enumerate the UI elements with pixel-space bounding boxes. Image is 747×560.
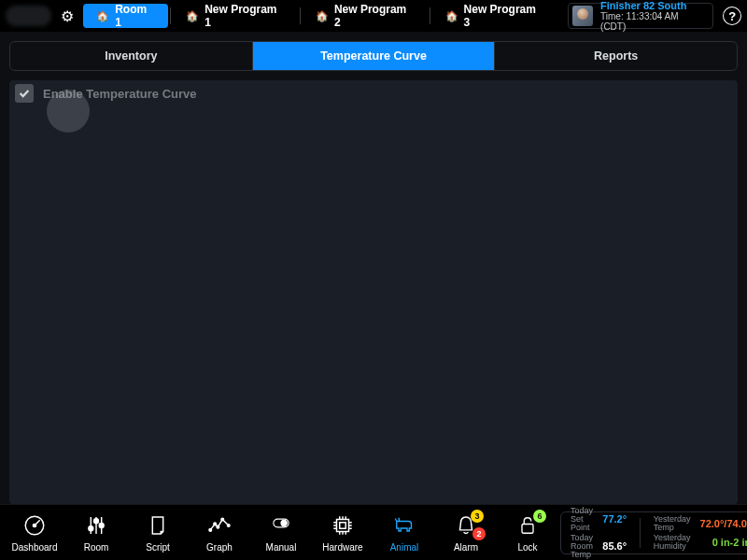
home-icon: 🏠 (316, 10, 329, 22)
svg-point-5 (209, 529, 212, 532)
nav-alarm[interactable]: 3 2 Alarm (439, 512, 493, 553)
alarm-icon: 3 2 (452, 512, 480, 539)
subtab-label: Reports (594, 49, 638, 63)
nav-script[interactable]: Script (131, 512, 185, 553)
top-bar: ⚙ 🏠 Room 1 🏠 New Program 1 🏠 New Program… (0, 0, 747, 32)
temperature-curve-panel (9, 80, 738, 504)
clock-label: Time: 11:33:04 AM (CDT) (600, 11, 705, 32)
top-tab-row: 🏠 Room 1 🏠 New Program 1 🏠 New Program 2… (83, 4, 557, 28)
top-tab-label: New Program 3 (464, 3, 544, 29)
settings-gear-icon[interactable]: ⚙ (57, 7, 78, 25)
stat-label: TodayRoom Temp (571, 534, 593, 559)
brand-logo (6, 6, 51, 26)
stat-value-setpoint: 77.2° (602, 513, 627, 525)
svg-rect-14 (522, 525, 533, 534)
top-tab-room1[interactable]: 🏠 Room 1 (83, 4, 168, 28)
script-icon (144, 512, 172, 539)
stat-value-ytemp: 72.0°/74.0° (700, 518, 747, 529)
svg-point-1 (33, 524, 35, 526)
alarm-badge-warning: 3 (471, 510, 484, 523)
lock-icon: 6 (514, 512, 542, 539)
chip-icon (329, 512, 357, 539)
divider (430, 7, 430, 24)
stat-label: YesterdayHumidity (654, 534, 691, 551)
svg-point-4 (99, 524, 104, 528)
svg-point-7 (217, 525, 219, 528)
home-icon: 🏠 (186, 10, 199, 22)
status-panel: TodaySet Point 77.2° TodayRoom Temp 85.6… (560, 511, 747, 554)
switch-icon (267, 512, 295, 539)
location-name: Finisher 82 South (600, 0, 705, 11)
nav-room[interactable]: Room (69, 512, 123, 553)
svg-point-8 (221, 518, 224, 521)
stat-col-today: TodaySet Point 77.2° TodayRoom Temp 85.6… (571, 507, 627, 559)
subtab-temperature-curve[interactable]: Temperature Curve (253, 42, 496, 70)
svg-point-2 (89, 526, 93, 531)
svg-point-9 (227, 525, 230, 527)
svg-rect-13 (340, 523, 346, 529)
home-icon: 🏠 (96, 10, 109, 22)
user-box[interactable]: Finisher 82 South Time: 11:33:04 AM (CDT… (568, 3, 713, 29)
graph-icon (205, 512, 233, 539)
lock-badge: 6 (533, 510, 546, 523)
nav-hardware[interactable]: Hardware (316, 512, 370, 553)
checkbox-box (15, 84, 34, 103)
alarm-badge-alert: 2 (472, 527, 486, 540)
subtab-reports[interactable]: Reports (495, 42, 737, 70)
subtab-label: Temperature Curve (320, 49, 427, 63)
stat-label: YesterdayTemp (654, 515, 691, 532)
stat-col-yesterday: YesterdayTemp 72.0°/74.0° YesterdayHumid… (654, 515, 747, 551)
sliders-icon (82, 512, 110, 539)
bottom-nav: Dashboard Room Script Graph Manual Hardw… (7, 512, 555, 553)
stat-value-roomtemp: 85.6° (602, 540, 627, 552)
stat-label: TodaySet Point (571, 507, 593, 532)
animal-icon (390, 512, 418, 539)
divider (170, 7, 171, 24)
nav-manual[interactable]: Manual (254, 512, 308, 553)
svg-point-6 (214, 523, 217, 525)
svg-rect-12 (337, 520, 349, 532)
nav-dashboard[interactable]: Dashboard (7, 512, 62, 553)
top-tab-label: New Program 2 (334, 3, 415, 29)
nav-graph[interactable]: Graph (192, 512, 247, 553)
divider (640, 518, 641, 548)
svg-point-3 (94, 519, 99, 524)
avatar (572, 6, 593, 26)
nav-lock[interactable]: 6 Lock (500, 512, 555, 553)
home-icon: 🏠 (445, 10, 458, 22)
bottom-bar: Dashboard Room Script Graph Manual Hardw… (0, 504, 747, 560)
help-button[interactable]: ? (723, 7, 741, 25)
nav-animal[interactable]: Animal (377, 512, 431, 553)
svg-point-11 (281, 520, 287, 525)
stat-value-yhum: 0 in-2 in (712, 537, 747, 548)
sub-tab-row: Inventory Temperature Curve Reports (9, 41, 738, 71)
enable-temp-curve-checkbox[interactable]: Enable Temperature Curve (15, 84, 196, 103)
top-tab-program2[interactable]: 🏠 New Program 2 (303, 4, 428, 28)
top-tab-program1[interactable]: 🏠 New Program 1 (173, 4, 298, 28)
gauge-icon (21, 512, 49, 539)
top-tab-program3[interactable]: 🏠 New Program 3 (432, 4, 557, 28)
subtab-label: Inventory (105, 49, 157, 63)
top-tab-label: Room 1 (115, 3, 155, 29)
main-content: Enable Temperature Curve (0, 71, 747, 504)
top-tab-label: New Program 1 (204, 3, 285, 29)
divider (300, 7, 301, 24)
enable-label: Enable Temperature Curve (43, 87, 196, 101)
subtab-inventory[interactable]: Inventory (10, 42, 253, 70)
